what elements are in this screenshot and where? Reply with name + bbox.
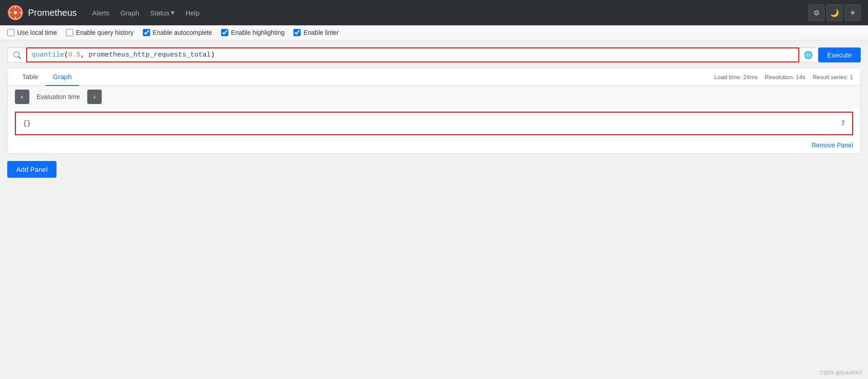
main-content: quantile(0.5, prometheus_http_requests_t… (0, 40, 868, 185)
panel: Table Graph Load time: 24ms Resolution: … (7, 68, 861, 154)
enable-highlighting-input[interactable] (221, 29, 228, 36)
query-func: quantile (32, 51, 64, 59)
execute-button[interactable]: Execute (818, 47, 861, 62)
search-bar: quantile(0.5, prometheus_http_requests_t… (7, 47, 861, 62)
add-panel-button[interactable]: Add Panel (7, 161, 57, 178)
settings-button[interactable]: ⚙ (808, 5, 825, 21)
toolbar: Use local time Enable query history Enab… (0, 25, 868, 40)
navbar-brand: Prometheus (7, 5, 77, 21)
eval-bar: ‹ Evaluation time › (8, 86, 860, 108)
resolution: Resolution: 14s (765, 74, 806, 81)
prometheus-logo (7, 5, 24, 21)
use-local-time-checkbox[interactable]: Use local time (7, 29, 57, 36)
result-value: 7 (841, 120, 845, 127)
globe-button[interactable]: 🌐 (799, 47, 818, 62)
nav-status-dropdown[interactable]: Status ▾ (146, 6, 179, 19)
use-local-time-label: Use local time (17, 29, 57, 36)
enable-linter-checkbox[interactable]: Enable linter (293, 29, 339, 36)
light-mode-button[interactable]: ☀ (844, 5, 861, 21)
enable-highlighting-label: Enable highlighting (231, 29, 284, 36)
search-icon (14, 52, 21, 59)
enable-query-history-label: Enable query history (76, 29, 134, 36)
query-input-wrapper[interactable]: quantile(0.5, prometheus_http_requests_t… (26, 47, 799, 62)
panel-tabs-left: Table Graph (15, 68, 79, 85)
enable-autocomplete-input[interactable] (143, 29, 150, 36)
nav-alerts[interactable]: Alerts (88, 6, 114, 19)
eval-prev-button[interactable]: ‹ (15, 90, 29, 104)
result-label: {} (23, 120, 841, 127)
enable-autocomplete-checkbox[interactable]: Enable autocomplete (143, 29, 212, 36)
result-area: {} 7 (15, 112, 853, 135)
navbar-nav: Alerts Graph Status ▾ Help (88, 6, 204, 19)
enable-autocomplete-label: Enable autocomplete (153, 29, 212, 36)
query-display: quantile(0.5, prometheus_http_requests_t… (32, 51, 215, 59)
search-icon-button[interactable] (7, 47, 26, 62)
enable-linter-label: Enable linter (303, 29, 339, 36)
panel-meta: Load time: 24ms Resolution: 14s Result s… (714, 74, 853, 81)
enable-query-history-input[interactable] (66, 29, 73, 36)
remove-panel-link[interactable]: Remove Panel (811, 142, 853, 149)
navbar-right: ⚙ 🌙 ☀ (808, 5, 861, 21)
tab-graph[interactable]: Graph (46, 68, 79, 86)
load-time: Load time: 24ms (714, 74, 758, 81)
svg-point-2 (14, 11, 17, 14)
panel-tabs-bar: Table Graph Load time: 24ms Resolution: … (8, 68, 860, 86)
eval-next-button[interactable]: › (87, 90, 102, 104)
nav-help[interactable]: Help (181, 6, 204, 19)
enable-highlighting-checkbox[interactable]: Enable highlighting (221, 29, 284, 36)
tab-table[interactable]: Table (15, 68, 46, 86)
nav-graph[interactable]: Graph (116, 6, 144, 19)
navbar-title: Prometheus (28, 8, 77, 18)
chevron-down-icon: ▾ (171, 9, 175, 17)
panel-footer: Remove Panel (8, 139, 860, 153)
enable-query-history-checkbox[interactable]: Enable query history (66, 29, 134, 36)
navbar: Prometheus Alerts Graph Status ▾ Help ⚙ … (0, 0, 868, 25)
dark-mode-button[interactable]: 🌙 (826, 5, 843, 21)
eval-label: Evaluation time (29, 91, 87, 102)
result-series: Result series: 1 (812, 74, 853, 81)
use-local-time-input[interactable] (7, 29, 14, 36)
table-row: {} 7 (16, 113, 852, 134)
enable-linter-input[interactable] (293, 29, 301, 36)
